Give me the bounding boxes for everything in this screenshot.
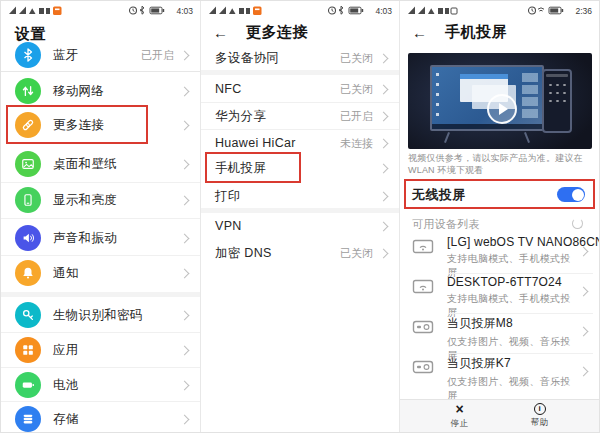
chevron-right-icon	[180, 380, 190, 390]
settings-item-biometrics[interactable]: 生物识别和密码	[1, 298, 200, 332]
chevron-right-icon	[180, 310, 190, 320]
tv-illustration	[430, 65, 544, 131]
divider	[448, 313, 593, 314]
help-button[interactable]: i 帮助	[512, 403, 568, 429]
divider	[1, 71, 200, 72]
device-list-header: 可用设备列表	[412, 217, 480, 232]
chevron-right-icon	[379, 221, 389, 231]
settings-item-display[interactable]: 显示和亮度	[1, 183, 200, 217]
header: ← 手机投屏	[400, 18, 599, 46]
chevron-right-icon	[579, 327, 589, 337]
back-arrow-icon[interactable]: ←	[412, 25, 432, 40]
chevron-right-icon	[579, 287, 589, 297]
chevron-right-icon	[379, 248, 389, 258]
device-row-desktop[interactable]: DESKTOP-6TT7O24 支持电脑模式、手机模式投屏	[400, 275, 599, 313]
divider	[448, 273, 593, 274]
status-icons-right	[327, 5, 373, 16]
tv-cast-icon	[410, 238, 436, 256]
divider	[1, 218, 200, 219]
chevron-right-icon	[379, 163, 389, 173]
status-bar: 2:36	[400, 1, 599, 17]
phone-illustration	[542, 69, 572, 133]
section-break	[1, 292, 200, 297]
chevron-right-icon	[180, 345, 190, 355]
settings-item-battery[interactable]: 电池	[1, 368, 200, 402]
chevron-right-icon	[379, 138, 389, 148]
device-name: 当贝投屏K7	[447, 355, 580, 372]
settings-item-mobile-network[interactable]: 移动网络	[1, 74, 200, 108]
status-icons-right	[527, 5, 573, 16]
stop-button[interactable]: × 停止	[432, 403, 488, 430]
highlight-box-wireless-cast	[404, 179, 595, 209]
settings-item-wallpaper[interactable]: 桌面和壁纸	[1, 147, 200, 181]
menu-item-nfc[interactable]: NFC 已关闭	[201, 74, 399, 104]
device-name: [LG] webOS TV NANO86CNA	[447, 235, 580, 249]
header-title: 更多连接	[246, 23, 308, 42]
battery-icon	[15, 372, 41, 398]
device-name: DESKTOP-6TT7O24	[447, 275, 580, 289]
mobile-network-icon	[15, 78, 41, 104]
device-row-dangbei-k7[interactable]: 当贝投屏K7 仅支持图片、视频、音乐投屏	[400, 355, 599, 393]
storage-icon	[15, 406, 41, 432]
help-info-icon: i	[534, 403, 546, 415]
chevron-right-icon	[379, 111, 389, 121]
menu-item-vpn[interactable]: VPN	[201, 211, 399, 241]
device-row-lg-tv[interactable]: [LG] webOS TV NANO86CNA 支持电脑模式、手机模式投屏	[400, 235, 599, 273]
status-icons-left	[208, 5, 274, 16]
chevron-right-icon	[180, 195, 190, 205]
video-caption: 视频仅供参考，请以实际产品为准。建议在 WLAN 环境下观看	[408, 153, 592, 176]
bluetooth-status-icon	[140, 6, 144, 14]
tv-cast-icon	[410, 278, 436, 296]
volume-icon	[538, 8, 544, 11]
status-time: 2:36	[575, 6, 592, 16]
stop-x-icon: ×	[455, 403, 463, 416]
back-arrow-icon[interactable]: ←	[213, 25, 233, 40]
app-badge-icon	[253, 7, 262, 16]
settings-item-apps[interactable]: 应用	[1, 333, 200, 367]
chevron-right-icon	[379, 53, 389, 63]
highlight-box-more-connections	[6, 105, 148, 144]
device-row-dangbei-m8[interactable]: 当贝投屏M8 仅支持图片、视频、音乐投屏	[400, 315, 599, 353]
settings-item-bluetooth[interactable]: 蓝牙 已开启	[1, 38, 200, 72]
projector-icon	[410, 318, 436, 336]
menu-item-print[interactable]: 打印	[201, 181, 399, 211]
bluetooth-icon	[15, 42, 41, 68]
tutorial-video-thumbnail	[408, 53, 592, 149]
play-button-icon[interactable]	[487, 94, 517, 124]
chevron-right-icon	[579, 367, 589, 377]
chevron-right-icon	[180, 86, 190, 96]
chevron-right-icon	[379, 191, 389, 201]
apps-grid-icon	[15, 337, 41, 363]
header: ← 更多连接	[201, 18, 399, 46]
settings-item-storage[interactable]: 存储	[1, 402, 200, 433]
status-icons-right	[128, 5, 174, 16]
bottom-action-bar: × 停止 i 帮助	[400, 399, 599, 432]
status-icons-left	[407, 5, 473, 16]
status-icons-left	[8, 5, 74, 16]
chevron-right-icon	[180, 268, 190, 278]
panel-settings: 4:03 设置 蓝牙 已开启 移动网络 更多连接	[1, 1, 200, 432]
biometrics-key-icon	[15, 302, 41, 328]
projector-icon	[410, 358, 436, 376]
chevron-right-icon	[180, 120, 190, 130]
chevron-right-icon	[180, 414, 190, 424]
header-title: 手机投屏	[445, 23, 507, 42]
settings-item-notifications[interactable]: 通知	[1, 256, 200, 290]
status-time: 4:03	[176, 6, 193, 16]
notifications-bell-icon	[15, 260, 41, 286]
display-brightness-icon	[15, 187, 41, 213]
wallpaper-icon	[15, 151, 41, 177]
status-time: 4:03	[375, 6, 392, 16]
sound-vibration-icon	[15, 225, 41, 251]
panel-screen-cast: 2:36 ← 手机投屏 视频仅供参考，请以实际产品为准。建议在 WLAN 环境下…	[400, 1, 599, 432]
screenshot-triptych: 4:03 设置 蓝牙 已开启 移动网络 更多连接	[0, 0, 600, 433]
settings-item-sound[interactable]: 声音和振动	[1, 221, 200, 255]
menu-item-encrypted-dns[interactable]: 加密 DNS 已关闭	[201, 238, 399, 268]
menu-item-multidevice[interactable]: 多设备协同 已关闭	[201, 43, 399, 73]
menu-item-huawei-share[interactable]: 华为分享 已开启	[201, 101, 399, 131]
chevron-right-icon	[180, 159, 190, 169]
chevron-right-icon	[379, 84, 389, 94]
scanning-spinner-icon	[572, 218, 583, 229]
device-name: 当贝投屏M8	[447, 315, 580, 332]
bluetooth-status-icon	[339, 6, 343, 14]
